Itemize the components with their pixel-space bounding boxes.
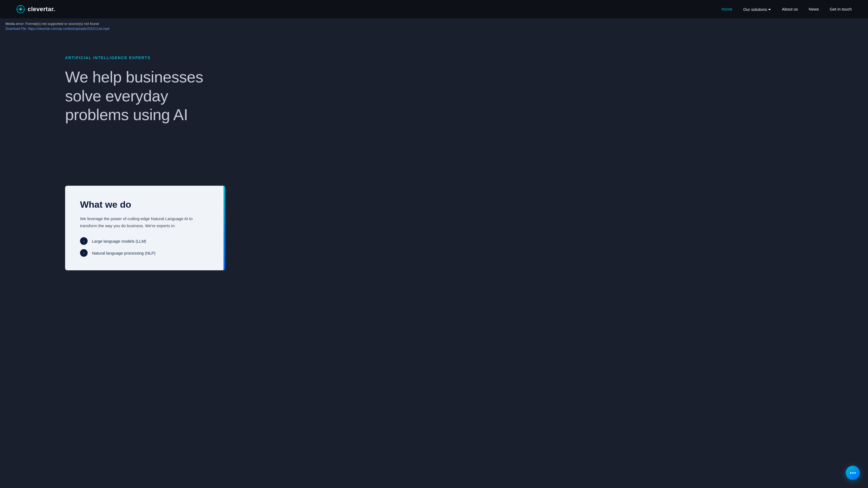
feature-bullet-llm: › [80, 237, 88, 245]
hero-section: ARTIFICIAL INTELLIGENCE EXPERTS We help … [0, 34, 868, 186]
logo[interactable]: clevertar. [16, 5, 55, 13]
hero-title: We help businesses solve everyday proble… [65, 67, 255, 124]
svg-point-2 [20, 9, 21, 10]
nav-item-about[interactable]: About us [782, 7, 798, 12]
media-error-container: Media error: Format(s) not supported or … [0, 19, 868, 34]
nav-links: Home Our solutions About us News Get in … [721, 7, 852, 12]
card-title: What we do [80, 199, 209, 210]
navbar: clevertar. Home Our solutions About us N… [0, 0, 868, 19]
nav-link-solutions[interactable]: Our solutions [743, 7, 771, 12]
logo-text: clevertar. [28, 6, 55, 13]
chevron-down-icon [768, 9, 771, 10]
chat-dots [850, 472, 856, 474]
nav-item-solutions[interactable]: Our solutions [743, 7, 771, 12]
chat-dot-2 [852, 472, 854, 474]
card-description: We leverage the power of cutting-edge Na… [80, 215, 209, 229]
what-we-do-card: What we do We leverage the power of cutt… [65, 186, 225, 270]
hero-subtitle: ARTIFICIAL INTELLIGENCE EXPERTS [65, 56, 852, 60]
nav-item-home[interactable]: Home [721, 7, 733, 12]
chat-dot-3 [855, 472, 856, 474]
hero-title-line2: solve everyday [65, 87, 168, 105]
what-we-do-section: What we do We leverage the power of cutt… [0, 186, 868, 270]
logo-icon [16, 5, 25, 13]
chat-widget[interactable] [846, 466, 860, 480]
nav-link-home[interactable]: Home [721, 7, 733, 11]
feature-text-nlp: Natural language processing (NLP) [92, 251, 155, 255]
feature-list: › Large language models (LLM) › Natural … [80, 237, 209, 257]
nav-link-news[interactable]: News [809, 7, 819, 11]
nav-link-contact[interactable]: Get in touch [830, 7, 852, 11]
nav-link-about[interactable]: About us [782, 7, 798, 11]
chat-dot-1 [850, 472, 851, 474]
media-error-link: Download File: https://clevertar.com/wp-… [5, 27, 863, 31]
feature-text-llm: Large language models (LLM) [92, 239, 146, 243]
media-error-title: Media error: Format(s) not supported or … [5, 22, 863, 26]
feature-item-nlp: › Natural language processing (NLP) [80, 249, 209, 257]
nav-item-contact[interactable]: Get in touch [830, 7, 852, 12]
feature-item-llm: › Large language models (LLM) [80, 237, 209, 245]
hero-title-line3: problems using AI [65, 106, 188, 123]
hero-title-line1: We help businesses [65, 68, 203, 86]
feature-bullet-nlp: › [80, 249, 88, 257]
nav-item-news[interactable]: News [809, 7, 819, 12]
chevron-right-icon: › [83, 239, 85, 243]
chevron-right-icon-2: › [83, 251, 85, 255]
